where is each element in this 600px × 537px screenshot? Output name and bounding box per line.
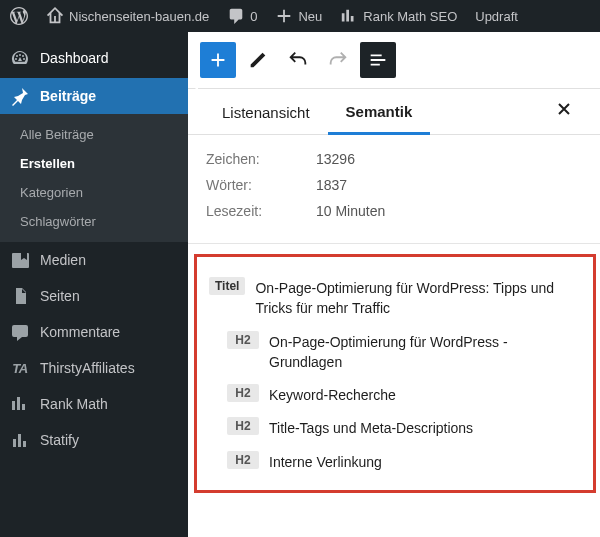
plus-icon (275, 7, 293, 25)
stat-chars: Zeichen: 13296 (206, 151, 582, 167)
stat-value: 1837 (316, 177, 347, 193)
h2-badge: H2 (227, 384, 259, 402)
sidebar-item-media[interactable]: Medien (0, 242, 188, 278)
add-block-button[interactable] (200, 42, 236, 78)
outline-text: On-Page-Optimierung für WordPress - Grun… (269, 331, 583, 373)
sidebar-item-comments[interactable]: Kommentare (0, 314, 188, 350)
sidebar-label: Statify (40, 432, 79, 448)
new-label: Neu (298, 9, 322, 24)
updraft-link[interactable]: Updraft (471, 0, 522, 32)
stat-value: 13296 (316, 151, 355, 167)
stat-label: Zeichen: (206, 151, 316, 167)
outline-h2[interactable]: H2 Title-Tags und Meta-Descriptions (209, 411, 583, 444)
sidebar-item-thirsty[interactable]: TA ThirstyAffiliates (0, 350, 188, 386)
sub-categories[interactable]: Kategorien (0, 178, 188, 207)
tab-list-view[interactable]: Listenansicht (204, 90, 328, 133)
media-icon (10, 250, 30, 270)
sidebar-item-posts[interactable]: Beiträge (0, 78, 188, 114)
stat-label: Lesezeit: (206, 203, 316, 219)
comment-icon (227, 7, 245, 25)
undo-icon (287, 49, 309, 71)
redo-icon (327, 49, 349, 71)
rankmath-label: Rank Math SEO (363, 9, 457, 24)
sidebar-item-rankmath[interactable]: Rank Math (0, 386, 188, 422)
outline-h2[interactable]: H2 Interne Verlinkung (209, 445, 583, 478)
pencil-icon (247, 49, 269, 71)
editor-toolbar (188, 32, 600, 89)
outline-title[interactable]: Titel On-Page-Optimierung für WordPress:… (209, 271, 583, 325)
editor-panel: Listenansicht Semantik Zeichen: 13296 Wö… (188, 32, 600, 537)
outline-h2[interactable]: H2 On-Page-Optimierung für WordPress - G… (209, 325, 583, 379)
tab-semantic[interactable]: Semantik (328, 89, 431, 135)
rankmath-icon (10, 394, 30, 414)
list-icon (367, 49, 389, 71)
redo-button[interactable] (320, 42, 356, 78)
outline-h2[interactable]: H2 Keyword-Recherche (209, 378, 583, 411)
panel-tabs: Listenansicht Semantik (188, 89, 600, 135)
outline-text: Title-Tags und Meta-Descriptions (269, 417, 473, 438)
admin-bar: Nischenseiten-bauen.de 0 Neu Rank Math S… (0, 0, 600, 32)
sidebar-label: Dashboard (40, 50, 109, 66)
sidebar-label: Seiten (40, 288, 80, 304)
edit-mode-button[interactable] (240, 42, 276, 78)
sidebar-item-pages[interactable]: Seiten (0, 278, 188, 314)
thirsty-icon: TA (10, 358, 30, 378)
comments-link[interactable]: 0 (223, 0, 261, 32)
document-overview-button[interactable] (360, 42, 396, 78)
outline-text: Interne Verlinkung (269, 451, 382, 472)
document-outline: Titel On-Page-Optimierung für WordPress:… (194, 254, 596, 493)
h2-badge: H2 (227, 417, 259, 435)
rankmath-link[interactable]: Rank Math SEO (336, 0, 461, 32)
sidebar-label: Beiträge (40, 88, 96, 104)
new-link[interactable]: Neu (271, 0, 326, 32)
close-icon (556, 101, 572, 117)
updraft-label: Updraft (475, 9, 518, 24)
sub-all-posts[interactable]: Alle Beiträge (0, 120, 188, 149)
posts-submenu: Alle Beiträge Erstellen Kategorien Schla… (0, 114, 188, 242)
comment-icon (10, 322, 30, 342)
sidebar-label: Rank Math (40, 396, 108, 412)
h2-badge: H2 (227, 331, 259, 349)
title-badge: Titel (209, 277, 245, 295)
stat-words: Wörter: 1837 (206, 177, 582, 193)
sidebar-label: ThirstyAffiliates (40, 360, 135, 376)
sidebar-item-statify[interactable]: Statify (0, 422, 188, 458)
wordpress-icon (10, 7, 28, 25)
outline-text: Keyword-Recherche (269, 384, 396, 405)
stat-readtime: Lesezeit: 10 Minuten (206, 203, 582, 219)
site-name: Nischenseiten-bauen.de (69, 9, 209, 24)
sidebar-label: Medien (40, 252, 86, 268)
home-icon (46, 7, 64, 25)
dashboard-icon (10, 48, 30, 68)
bar-chart-icon (340, 7, 358, 25)
sub-tags[interactable]: Schlagwörter (0, 207, 188, 236)
stat-value: 10 Minuten (316, 203, 385, 219)
plus-icon (207, 49, 229, 71)
site-link[interactable]: Nischenseiten-bauen.de (42, 0, 213, 32)
h2-badge: H2 (227, 451, 259, 469)
sub-new-post[interactable]: Erstellen (0, 149, 188, 178)
admin-sidebar: Dashboard Beiträge Alle Beiträge Erstell… (0, 32, 188, 537)
page-icon (10, 286, 30, 306)
document-stats: Zeichen: 13296 Wörter: 1837 Lesezeit: 10… (188, 135, 600, 237)
stat-label: Wörter: (206, 177, 316, 193)
comments-count: 0 (250, 9, 257, 24)
pin-icon (10, 86, 30, 106)
close-panel-button[interactable] (550, 95, 578, 128)
outline-text: On-Page-Optimierung für WordPress: Tipps… (255, 277, 583, 319)
wp-logo[interactable] (6, 0, 32, 32)
undo-button[interactable] (280, 42, 316, 78)
sidebar-label: Kommentare (40, 324, 120, 340)
sidebar-item-dashboard[interactable]: Dashboard (0, 38, 188, 78)
stats-icon (10, 430, 30, 450)
divider (188, 243, 600, 244)
